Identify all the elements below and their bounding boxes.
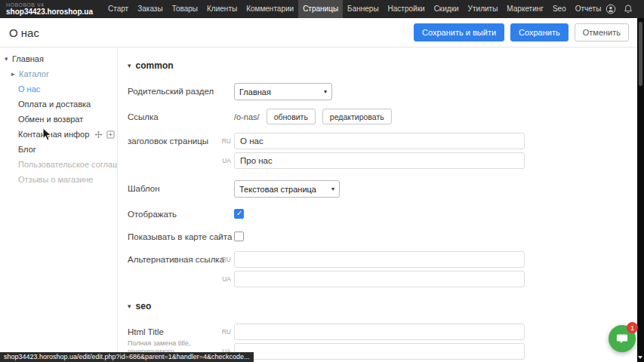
alt-link-ua-input[interactable]	[234, 271, 525, 287]
parent-section-label: Родительский раздел	[128, 83, 234, 97]
top-menu: СтартЗаказыТоварыКлиентыКомментарииСтран…	[103, 0, 605, 18]
page-title: О нас	[9, 26, 39, 39]
chevron-down-icon: ▾	[331, 186, 334, 192]
scrollbar-thumb[interactable]	[639, 22, 642, 86]
page-title-ru-input[interactable]	[234, 133, 525, 149]
sidebar-tree-item[interactable]: Отзывы о магазине	[0, 172, 117, 187]
topbar: НОВОВОВ V4 shop34423.horoshop.ua СтартЗа…	[0, 0, 644, 18]
parent-section-select[interactable]: Главная ▾	[234, 83, 332, 100]
chat-widget-button[interactable]: 1	[609, 325, 636, 352]
html-title-ua-line: UA	[234, 343, 525, 360]
sidebar-tree-item-label: О нас	[18, 84, 40, 94]
form-row-page-title: заголовок страницы RU UA	[128, 133, 637, 172]
top-menu-item[interactable]: Настройки	[384, 0, 430, 18]
lang-ru-tag: RU	[216, 256, 231, 263]
save-button[interactable]: Сохранить	[510, 23, 569, 41]
alt-link-ru-line: RU	[234, 251, 525, 268]
sidebar-tree-item-label: Блог	[18, 145, 36, 154]
display-label: Отображать	[128, 206, 234, 220]
sidebar-tree-item[interactable]: Обмен и возврат	[0, 112, 117, 127]
link-label: Ссылка	[128, 109, 234, 123]
topbar-icons	[605, 4, 633, 14]
top-menu-item[interactable]: Seo	[548, 0, 571, 18]
top-menu-item[interactable]: Клиенты	[202, 0, 242, 18]
main-content: ▾ common Родительский раздел Главная ▾ С…	[119, 48, 637, 362]
form-row-sitemap: Показывать в карте сайта	[128, 229, 637, 243]
form-row-display: Отображать	[128, 206, 637, 220]
sitemap-label: Показывать в карте сайта	[128, 229, 234, 243]
display-checkbox[interactable]	[234, 209, 244, 219]
cancel-button[interactable]: Отменить	[575, 23, 629, 41]
top-menu-item[interactable]: Страницы	[298, 0, 343, 18]
section-seo-title: seo	[136, 301, 152, 311]
sitemap-checkbox[interactable]	[234, 232, 244, 241]
link-value: /o-nas/	[234, 112, 260, 121]
chat-bubble-icon	[615, 332, 629, 345]
sidebar-tree-item[interactable]: Блог	[0, 142, 117, 157]
alt-link-ua-line: UA	[234, 271, 525, 287]
html-title-ru-line: RU	[234, 324, 525, 340]
form-row-link: Ссылка /o-nas/ обновить редактировать	[128, 109, 637, 124]
link-edit-button[interactable]: редактировать	[322, 109, 392, 124]
sidebar-tree-item[interactable]: ▾Главная	[0, 51, 117, 66]
top-menu-item[interactable]: Отчеты	[571, 0, 606, 18]
sidebar-tree-item-label: Главная	[12, 54, 44, 63]
top-menu-item[interactable]: Баннеры	[343, 0, 383, 18]
caret-down-icon: ▾	[128, 62, 131, 69]
vertical-scrollbar[interactable]	[637, 18, 644, 362]
sidebar-tree-item[interactable]: О нас	[0, 81, 117, 97]
page-title-ua-input[interactable]	[234, 152, 525, 169]
form-row-alt-link: Альтернативная ссылка RU UA	[128, 251, 637, 290]
sidebar-tree-item-label: Обмен и возврат	[18, 115, 83, 124]
link-refresh-button[interactable]: обновить	[267, 109, 316, 124]
sidebar-tree-item-label: Оплата и доставка	[18, 100, 91, 109]
page-title-ru-line: RU	[234, 133, 525, 149]
chat-unread-badge: 1	[627, 322, 638, 333]
account-icon[interactable]	[605, 4, 616, 14]
chevron-down-icon: ▾	[324, 88, 327, 95]
notifications-bell-icon[interactable]	[623, 4, 633, 14]
sidebar-tree-item[interactable]: ▸Каталог	[0, 66, 117, 81]
caret-down-icon: ▾	[128, 302, 131, 310]
top-menu-item[interactable]: Товары	[168, 0, 202, 18]
template-select[interactable]: Текстовая страница ▾	[234, 180, 340, 198]
sidebar-tree-item-label: Пользовательское соглашение	[18, 160, 117, 169]
top-menu-item[interactable]: Старт	[103, 0, 133, 18]
top-menu-item[interactable]: Заказы	[133, 0, 167, 18]
sidebar-tree: ▾Главная▸КаталогО насОплата и доставкаОб…	[0, 48, 118, 362]
sidebar-tree-item[interactable]: Пользовательское соглашение	[0, 157, 117, 172]
form-row-parent-section: Родительский раздел Главная ▾	[128, 83, 637, 100]
tree-row-actions	[94, 130, 117, 139]
form-row-template: Шаблон Текстовая страница ▾	[128, 180, 637, 198]
scrollbar-down-arrow-icon[interactable]	[638, 356, 642, 359]
move-icon[interactable]	[94, 130, 103, 139]
top-menu-item[interactable]: Комментарии	[242, 0, 298, 18]
logo[interactable]: НОВОВОВ V4 shop34423.horoshop.ua	[6, 2, 93, 16]
sidebar-tree-item-label: Контактная инфор	[18, 130, 89, 139]
sidebar-tree-item[interactable]: Контактная инфор	[0, 127, 117, 142]
html-title-ru-input[interactable]	[234, 324, 525, 340]
html-title-ua-input[interactable]	[234, 343, 525, 360]
section-common-header[interactable]: ▾ common	[128, 60, 637, 71]
add-icon[interactable]	[106, 130, 115, 139]
lang-ua-tag: UA	[216, 157, 231, 164]
alt-link-ru-input[interactable]	[234, 251, 525, 268]
page-title-ua-line: UA	[234, 152, 525, 169]
lang-ua-tag: UA	[216, 275, 231, 283]
logo-domain: shop34423.horoshop.ua	[6, 8, 93, 16]
sidebar-tree-item[interactable]: Оплата и доставка	[0, 97, 117, 112]
header-buttons: Сохранить и выйти Сохранить Отменить	[414, 23, 629, 41]
status-url-bar: shop34423.horoshop.ua/edit/edit.php?id=6…	[0, 352, 254, 362]
top-menu-item[interactable]: Маркетинг	[502, 0, 548, 18]
top-menu-item[interactable]: Утилиты	[464, 0, 503, 18]
lang-ru-tag: RU	[216, 328, 231, 336]
caret-down-icon[interactable]: ▾	[5, 55, 12, 63]
caret-right-icon[interactable]: ▸	[11, 70, 19, 78]
top-menu-item[interactable]: Скидки	[430, 0, 464, 18]
section-common-title: common	[136, 60, 174, 71]
template-label: Шаблон	[128, 180, 234, 195]
save-and-exit-button[interactable]: Сохранить и выйти	[414, 23, 504, 41]
section-seo-header[interactable]: ▾ seo	[128, 301, 637, 311]
sidebar-tree-item-label: Каталог	[19, 69, 49, 78]
parent-section-value: Главная	[239, 87, 271, 97]
